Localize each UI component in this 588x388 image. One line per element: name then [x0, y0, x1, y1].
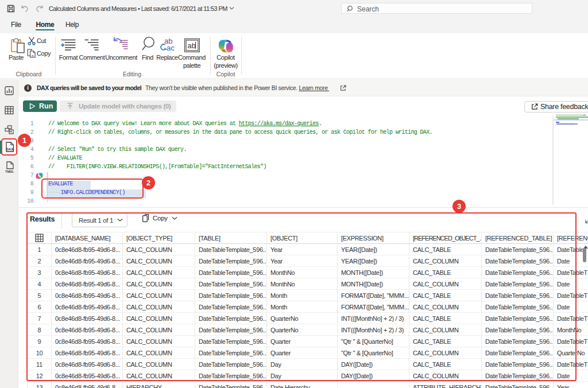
svg-text:TMDL: TMDL: [5, 170, 14, 173]
svg-text:ab: ab: [188, 41, 196, 50]
svg-text:ac: ac: [167, 44, 175, 52]
